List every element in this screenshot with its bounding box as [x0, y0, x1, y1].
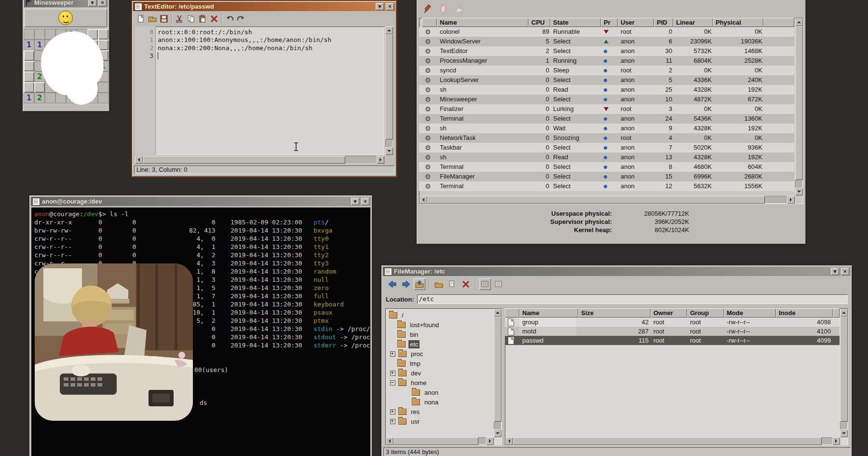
- column-header-owner[interactable]: Owner: [651, 308, 687, 318]
- process-row[interactable]: ⚙ProcessManager1Runninganon116804K2528K: [419, 56, 794, 66]
- mine-cell[interactable]: [98, 82, 108, 93]
- file-row-passwd[interactable]: passwd115rootroot-rw-r--r--4099: [505, 336, 840, 345]
- process-row[interactable]: ⚙Taskbar0Selectanon75020K936K: [419, 143, 794, 152]
- paste-icon[interactable]: [197, 13, 208, 25]
- tree-item-etc[interactable]: etc: [390, 339, 420, 349]
- scroll-thumb[interactable]: [513, 437, 822, 445]
- process-table-vscrollbar[interactable]: [795, 18, 803, 195]
- tree-item-anon[interactable]: anon: [405, 387, 440, 397]
- scroll-down-icon[interactable]: [385, 147, 393, 155]
- column-header-pid[interactable]: PID: [654, 18, 673, 27]
- mine-cell[interactable]: [24, 71, 34, 82]
- files-hscrollbar[interactable]: [505, 437, 840, 445]
- scroll-right-icon[interactable]: [787, 196, 795, 204]
- process-row[interactable]: ⚙NetworkTask0Snoozingroot40K0K: [419, 133, 794, 143]
- mine-cell[interactable]: [34, 82, 45, 93]
- continue-hand-icon[interactable]: [453, 3, 464, 14]
- expand-icon[interactable]: [390, 409, 395, 415]
- scroll-thumb[interactable]: [840, 317, 848, 422]
- tree-item-nona[interactable]: nona: [405, 397, 440, 407]
- minimize-button[interactable]: ▾: [376, 3, 384, 10]
- mine-cell[interactable]: [98, 93, 108, 103]
- process-row[interactable]: ⚙Terminal0Selectanon84680K604K: [419, 162, 794, 172]
- scroll-up-icon[interactable]: [385, 27, 393, 34]
- save-button[interactable]: [158, 13, 170, 25]
- filemanager-titlebar[interactable]: FileManager: /etc ▾ ×: [383, 267, 851, 276]
- scroll-down-icon[interactable]: [840, 429, 848, 437]
- column-header-mode[interactable]: Mode: [724, 308, 776, 318]
- file-row-motd[interactable]: motd287rootroot-rw-r--r--4100: [505, 327, 840, 336]
- location-input[interactable]: /etc: [417, 294, 848, 304]
- delete-icon[interactable]: [208, 13, 220, 25]
- tree-vscrollbar[interactable]: [494, 309, 502, 437]
- column-header-linear[interactable]: Linear: [673, 18, 713, 27]
- mine-cell[interactable]: 1: [24, 93, 34, 103]
- scroll-right-icon[interactable]: [832, 437, 840, 445]
- file-row-group[interactable]: group42rootroot-rw-r--r--4098: [505, 318, 840, 327]
- process-row[interactable]: ⚙Finalizer0Lurkingroot30K0K: [419, 104, 794, 114]
- process-row[interactable]: ⚙LookupServer0Selectanon54336K240K: [419, 75, 794, 85]
- file-list-pane[interactable]: NameSizeOwnerGroupModeInode group42rootr…: [505, 308, 848, 445]
- column-header-icon[interactable]: [422, 18, 437, 27]
- list-view-icon[interactable]: [493, 278, 504, 290]
- editor-vscrollbar[interactable]: [385, 27, 393, 155]
- forward-icon[interactable]: [400, 278, 412, 290]
- column-header-name[interactable]: Name: [437, 18, 529, 27]
- editor-hscrollbar[interactable]: [135, 156, 384, 164]
- smiley-face-button[interactable]: [58, 11, 73, 25]
- directory-tree-pane[interactable]: /lost+foundbinetcproctmpdevhomeanonnonar…: [385, 308, 502, 445]
- delete-icon[interactable]: [460, 278, 472, 290]
- scroll-left-icon[interactable]: [505, 437, 513, 445]
- column-header-size[interactable]: Size: [578, 308, 651, 318]
- process-row[interactable]: ⚙Terminal0Selectanon245436K1360K: [419, 114, 794, 124]
- column-header-state[interactable]: State: [550, 18, 601, 27]
- copy-file-icon[interactable]: [447, 278, 458, 290]
- mine-cell[interactable]: [24, 82, 34, 93]
- expand-icon[interactable]: [390, 419, 395, 424]
- scroll-thumb[interactable]: [795, 26, 803, 180]
- scroll-left-icon[interactable]: [135, 156, 143, 164]
- scroll-left-icon[interactable]: [420, 196, 427, 204]
- tree-item-dev[interactable]: dev: [390, 368, 422, 378]
- mine-cell[interactable]: [45, 93, 55, 103]
- mine-cell[interactable]: 1: [34, 40, 45, 50]
- column-header-fill[interactable]: [763, 18, 794, 27]
- scroll-up-icon[interactable]: [494, 309, 502, 317]
- expand-icon[interactable]: [390, 351, 395, 357]
- tree-hscrollbar[interactable]: [386, 437, 494, 445]
- process-row[interactable]: ⚙sh0Readanon254328K192K: [419, 85, 794, 95]
- process-row[interactable]: ⚙syncd0Sleeproot20K0K: [419, 66, 794, 75]
- minimize-button[interactable]: ▾: [831, 268, 839, 275]
- close-button[interactable]: ×: [386, 3, 394, 10]
- column-header-icon[interactable]: [505, 308, 519, 318]
- editor-area[interactable]: 0root:x:0:0:root:/:/bin/sh1anon:x:100:10…: [135, 27, 384, 155]
- column-header-inode[interactable]: Inode: [776, 308, 833, 318]
- undo-icon[interactable]: [224, 13, 235, 25]
- mine-cell[interactable]: [98, 29, 108, 40]
- minimize-button[interactable]: ▾: [351, 198, 359, 205]
- terminal-titlebar[interactable]: anon@courage:/dev ▾ ×: [31, 197, 371, 206]
- column-header-group[interactable]: Group: [687, 308, 724, 318]
- minesweeper-titlebar[interactable]: Minesweeper ▾ ×: [24, 0, 108, 7]
- process-row[interactable]: ⚙colonel89Runnableroot00K0K: [419, 27, 794, 37]
- process-row[interactable]: ⚙TextEditor2Selectanon305732K1468K: [419, 46, 794, 56]
- process-row[interactable]: ⚙Minesweeper0Selectanon104872K672K: [419, 95, 794, 104]
- table-view-icon[interactable]: [479, 278, 491, 290]
- scroll-thumb[interactable]: [393, 437, 478, 445]
- process-row[interactable]: ⚙sh0Readanon134328K192K: [419, 152, 794, 162]
- scroll-thumb[interactable]: [385, 34, 393, 139]
- scroll-thumb[interactable]: [494, 317, 502, 422]
- process-row[interactable]: ⚙WindowServer5Selectanon623096K19036K: [419, 37, 794, 46]
- scroll-thumb[interactable]: [427, 196, 765, 204]
- process-row[interactable]: ⚙FileManager0Selectanon156996K2680K: [419, 172, 794, 181]
- scroll-down-icon[interactable]: [494, 429, 502, 437]
- close-button[interactable]: ×: [841, 268, 849, 275]
- tree-item-[interactable]: /: [389, 310, 405, 320]
- scroll-thumb[interactable]: [143, 156, 345, 164]
- column-header-fill[interactable]: [833, 308, 840, 318]
- mine-cell[interactable]: [24, 50, 34, 61]
- scroll-down-icon[interactable]: [795, 188, 803, 195]
- texteditor-titlebar[interactable]: TextEditor: /etc/passwd ▾ ×: [133, 2, 395, 11]
- copy-icon[interactable]: [185, 13, 197, 25]
- stop-hand-icon[interactable]: [437, 3, 449, 14]
